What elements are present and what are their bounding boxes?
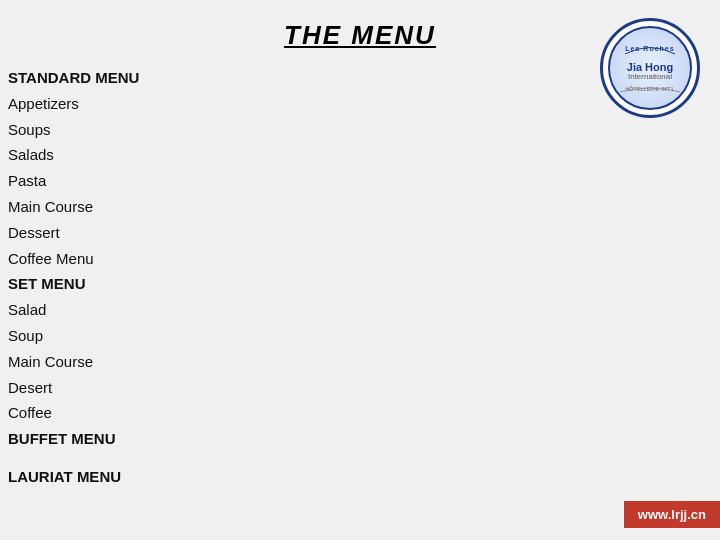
lauriat-menu-heading: LAURIAT MENU — [8, 464, 720, 490]
list-item: Main Course — [8, 349, 720, 375]
spacer — [8, 452, 720, 464]
list-item: Soup — [8, 323, 720, 349]
list-item: Coffee Menu — [8, 246, 720, 272]
menu-list: STANDARD MENU Appetizers Soups Salads Pa… — [8, 65, 720, 490]
svg-text:Les Roches: Les Roches — [625, 45, 674, 52]
page-title: THE MENU — [284, 20, 436, 50]
logo-circle: Les Roches Jia Hong International HÔTELL… — [600, 18, 700, 118]
logo-text-top: Les Roches — [620, 39, 680, 61]
logo-text-bottom: HÔTELLERIE INT'L — [615, 82, 685, 97]
list-item: Salad — [8, 297, 720, 323]
svg-text:HÔTELLERIE INT'L: HÔTELLERIE INT'L — [625, 86, 674, 92]
website-badge: www.lrjj.cn — [624, 501, 720, 528]
logo-area: Les Roches Jia Hong International HÔTELL… — [600, 18, 700, 118]
logo-brand: Jia Hong International — [627, 61, 673, 82]
logo-inner: Les Roches Jia Hong International HÔTELL… — [608, 26, 692, 110]
set-menu-heading: SET MENU — [8, 271, 720, 297]
list-item: Desert — [8, 375, 720, 401]
list-item: Coffee — [8, 400, 720, 426]
list-item: Main Course — [8, 194, 720, 220]
content-area: STANDARD MENU Appetizers Soups Salads Pa… — [0, 65, 720, 490]
list-item: Pasta — [8, 168, 720, 194]
list-item: Dessert — [8, 220, 720, 246]
buffet-menu-heading: BUFFET MENU — [8, 426, 720, 452]
list-item: Salads — [8, 142, 720, 168]
main-container: THE MENU Les Roches Jia Hong Internation… — [0, 0, 720, 540]
list-item: Soups — [8, 117, 720, 143]
